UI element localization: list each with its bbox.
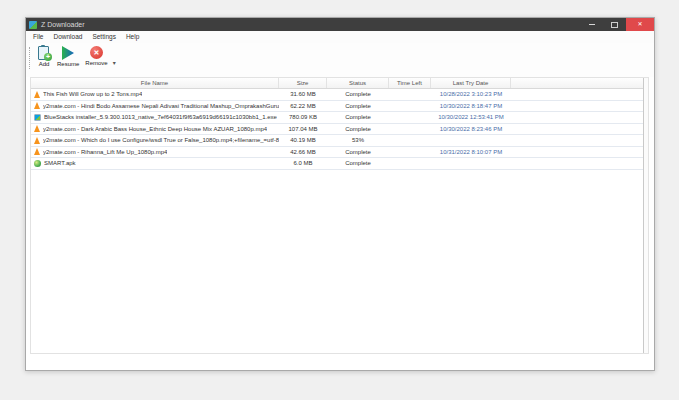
window-title: Z Downloader (41, 18, 580, 31)
maximize-icon (611, 22, 618, 28)
downloads-table: File Name Size Status Time Left Last Try… (30, 77, 649, 354)
file-name-cell: y2mate.com - Rihanna_Lift Me Up_1080p.mp… (31, 147, 279, 158)
toolbar: + Add Resume ✕ Remove ▾ (26, 43, 654, 77)
column-header-last-try-date[interactable]: Last Try Date (431, 78, 511, 88)
file-last-try-date: 10/28/2022 3:10:23 PM (431, 89, 511, 100)
title-bar: Z Downloader ✕ (26, 18, 654, 31)
vertical-scrollbar[interactable] (643, 78, 648, 353)
minimize-button[interactable] (580, 18, 603, 31)
menu-bar: File Download Settings Help (26, 31, 654, 43)
file-name-cell: y2mate.com - Which do I use Configure/ws… (31, 135, 279, 146)
file-status: Complete (327, 158, 389, 169)
file-size: 40.19 MB (279, 135, 327, 146)
app-window: Z Downloader ✕ File Download Settings He… (25, 17, 655, 371)
play-icon (61, 46, 75, 60)
table-row[interactable]: SMART.apk 6.0 MB Complete (31, 158, 648, 170)
file-status: Complete (327, 124, 389, 135)
file-last-try-date: 10/30/2022 8:23:46 PM (431, 124, 511, 135)
file-name: y2mate.com - Which do I use Configure/ws… (43, 135, 279, 146)
table-row[interactable]: y2mate.com - Which do I use Configure/ws… (31, 135, 648, 147)
file-size: 780.09 KB (279, 112, 327, 123)
file-status: Complete (327, 112, 389, 123)
resume-button[interactable]: Resume (54, 45, 82, 67)
file-size: 6.0 MB (279, 158, 327, 169)
close-button[interactable]: ✕ (626, 18, 654, 31)
minimize-icon (589, 24, 595, 25)
file-name-cell: y2mate.com - Dark Arabic Bass House_Ethn… (31, 124, 279, 135)
column-header-status[interactable]: Status (327, 78, 389, 88)
file-last-try-date: 10/31/2022 8:10:07 PM (431, 147, 511, 158)
menu-file[interactable]: File (28, 31, 48, 43)
file-name: y2mate.com - Hindi Bodo Assamese Nepali … (43, 101, 279, 112)
column-header-filler (511, 78, 648, 88)
file-name: SMART.apk (44, 158, 76, 169)
remove-button-label: Remove (85, 60, 107, 66)
file-status: Complete (327, 147, 389, 158)
file-last-try-date: 10/30/2022 12:53:41 PM (431, 112, 511, 123)
file-name: y2mate.com - Rihanna_Lift Me Up_1080p.mp… (43, 147, 167, 158)
table-row[interactable]: y2mate.com - Dark Arabic Bass House_Ethn… (31, 124, 648, 136)
file-last-try-date: 10/30/2022 8:18:47 PM (431, 101, 511, 112)
add-file-icon: + (37, 46, 51, 60)
file-size: 42.66 MB (279, 147, 327, 158)
vlc-file-icon (34, 148, 40, 155)
file-name-cell: BlueStacks installer_5.9.300.1013_native… (31, 112, 279, 123)
resume-button-label: Resume (57, 61, 79, 67)
remove-icon: ✕ (90, 46, 103, 59)
toolbar-overflow-caret-icon[interactable]: ▾ (113, 60, 116, 66)
file-name: y2mate.com - Dark Arabic Bass House_Ethn… (43, 124, 267, 135)
file-name-cell: This Fish Will Grow up to 2 Tons.mp4 (31, 89, 279, 100)
app-logo-icon (29, 21, 37, 29)
table-row[interactable]: y2mate.com - Hindi Bodo Assamese Nepali … (31, 101, 648, 113)
file-name-cell: SMART.apk (31, 158, 279, 169)
vlc-file-icon (34, 137, 40, 144)
close-icon: ✕ (637, 18, 642, 31)
vlc-file-icon (34, 91, 40, 98)
table-header: File Name Size Status Time Left Last Try… (31, 78, 648, 89)
menu-help[interactable]: Help (121, 31, 144, 43)
column-header-file-name[interactable]: File Name (31, 78, 279, 88)
add-button[interactable]: + Add (34, 45, 54, 67)
add-button-label: Add (39, 61, 50, 67)
remove-button[interactable]: ✕ Remove (82, 45, 110, 66)
maximize-button[interactable] (603, 18, 626, 31)
table-row[interactable]: BlueStacks installer_5.9.300.1013_native… (31, 112, 648, 124)
vlc-file-icon (34, 125, 40, 132)
column-header-size[interactable]: Size (279, 78, 327, 88)
table-row[interactable]: y2mate.com - Rihanna_Lift Me Up_1080p.mp… (31, 147, 648, 159)
file-status: Complete (327, 89, 389, 100)
file-name: This Fish Will Grow up to 2 Tons.mp4 (43, 89, 142, 100)
file-size: 107.04 MB (279, 124, 327, 135)
menu-settings[interactable]: Settings (87, 31, 121, 43)
file-name-cell: y2mate.com - Hindi Bodo Assamese Nepali … (31, 101, 279, 112)
bluestacks-file-icon (34, 114, 41, 121)
file-status: Complete (327, 101, 389, 112)
table-body: This Fish Will Grow up to 2 Tons.mp4 31.… (31, 89, 648, 170)
column-header-time-left[interactable]: Time Left (389, 78, 431, 88)
menu-download[interactable]: Download (48, 31, 87, 43)
file-name: BlueStacks installer_5.9.300.1013_native… (44, 112, 277, 123)
smart-file-icon (34, 160, 41, 167)
table-row[interactable]: This Fish Will Grow up to 2 Tons.mp4 31.… (31, 89, 648, 101)
vlc-file-icon (34, 102, 40, 109)
file-status: 53% (327, 135, 389, 146)
file-size: 62.22 MB (279, 101, 327, 112)
file-size: 31.60 MB (279, 89, 327, 100)
toolbar-gripper[interactable] (29, 47, 31, 69)
